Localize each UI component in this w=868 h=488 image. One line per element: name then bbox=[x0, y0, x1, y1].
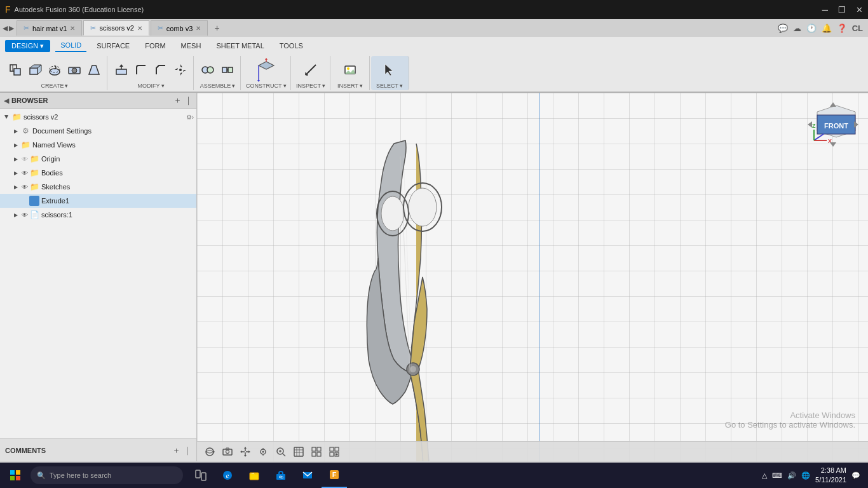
taskbar-clock[interactable]: 2:38 AM 5/11/2021 bbox=[815, 466, 846, 485]
store-icon[interactable]: 🛍 bbox=[268, 463, 294, 488]
tree-arrow-bodies[interactable]: ▶ bbox=[11, 168, 20, 177]
edge-icon[interactable]: e bbox=[215, 463, 240, 488]
select-cursor-icon[interactable] bbox=[381, 61, 398, 79]
bell-icon[interactable]: 🔔 bbox=[822, 24, 832, 33]
tree-item-bodies[interactable]: ▶ 👁 📁 Bodies bbox=[0, 166, 196, 180]
chamfer-icon[interactable] bbox=[152, 61, 170, 79]
eye-icon-bodies[interactable]: 👁 bbox=[20, 168, 29, 177]
tab-close[interactable]: ✕ bbox=[70, 25, 75, 32]
construct-plane-icon[interactable] bbox=[257, 61, 275, 79]
time-icon[interactable]: 🕐 bbox=[806, 24, 817, 33]
tree-arrow-origin[interactable]: ▶ bbox=[11, 154, 20, 163]
taskbar-search[interactable]: 🔍 Type here to search bbox=[31, 466, 183, 484]
tree-arrow-doc[interactable]: ▶ bbox=[11, 126, 20, 135]
fillet-icon[interactable] bbox=[132, 61, 150, 79]
nav-fwd[interactable]: ▶ bbox=[9, 24, 14, 32]
eye-icon-scissors1[interactable]: 👁 bbox=[20, 210, 29, 219]
browser-collapse-btn[interactable]: ｜ bbox=[184, 95, 193, 106]
mail-icon[interactable] bbox=[295, 463, 320, 488]
insert-image-icon[interactable] bbox=[341, 61, 359, 79]
settings-icon[interactable]: ⚙ bbox=[186, 114, 192, 121]
explorer-icon[interactable] bbox=[241, 463, 267, 488]
ribbon-tab-mesh[interactable]: MESH bbox=[176, 40, 207, 51]
ribbon-tab-tools[interactable]: TOOLS bbox=[275, 40, 308, 51]
new-component-icon[interactable] bbox=[6, 61, 24, 79]
tab-hair-mat[interactable]: ✂ hair mat v1 ✕ bbox=[17, 20, 82, 36]
joint-icon[interactable] bbox=[199, 61, 217, 79]
design-button[interactable]: DESIGN ▾ bbox=[5, 40, 50, 52]
svg-line-29 bbox=[306, 65, 316, 75]
more-icon[interactable]: › bbox=[192, 114, 194, 121]
viewport[interactable]: TONI&GUY FRONT X Z bbox=[197, 93, 868, 461]
modify-label[interactable]: MODIFY ▾ bbox=[138, 83, 165, 89]
user-icon[interactable]: CL bbox=[852, 24, 863, 33]
construct-label[interactable]: CONSTRUCT ▾ bbox=[246, 83, 287, 89]
tree-arrow-scissors1[interactable]: ▶ bbox=[11, 210, 20, 219]
browser-collapse-icon[interactable]: ◀ bbox=[4, 97, 9, 105]
camera-icon[interactable] bbox=[220, 444, 235, 459]
add-tab-button[interactable]: + bbox=[209, 23, 224, 33]
ribbon-tab-sheet-metal[interactable]: SHEET METAL bbox=[211, 40, 269, 51]
grid-settings-icon[interactable] bbox=[327, 444, 342, 459]
inspect-label[interactable]: INSPECT ▾ bbox=[296, 83, 325, 89]
press-pull-icon[interactable] bbox=[112, 61, 130, 79]
assemble-label[interactable]: ASSEMBLE ▾ bbox=[200, 83, 236, 89]
task-view-icon[interactable] bbox=[188, 463, 214, 488]
tree-arrow-root[interactable]: ▶ bbox=[3, 112, 11, 121]
ribbon-tab-surface[interactable]: SURFACE bbox=[92, 40, 135, 51]
orbit-icon[interactable] bbox=[202, 444, 217, 459]
look-at-icon[interactable] bbox=[255, 444, 271, 459]
tree-item-origin[interactable]: ▶ 👁 📁 Origin bbox=[0, 152, 196, 166]
help-icon[interactable]: ❓ bbox=[837, 24, 847, 33]
cloud-icon[interactable]: ☁ bbox=[793, 24, 801, 33]
loft-icon[interactable] bbox=[85, 61, 103, 79]
svg-text:e: e bbox=[226, 471, 229, 479]
pan-icon[interactable] bbox=[238, 444, 253, 459]
start-button[interactable] bbox=[3, 463, 28, 488]
tree-item-sketches[interactable]: ▶ 👁 📁 Sketches bbox=[0, 180, 196, 194]
eye-icon-sketches[interactable]: 👁 bbox=[20, 182, 29, 191]
insert-label[interactable]: INSERT ▾ bbox=[337, 83, 363, 89]
select-label[interactable]: SELECT ▾ bbox=[376, 83, 403, 89]
tab-comb[interactable]: ✂ comb v3 ✕ bbox=[151, 20, 208, 36]
ribbon-tab-form[interactable]: FORM bbox=[140, 40, 170, 51]
display-mode-icon[interactable] bbox=[291, 444, 306, 459]
fusion-taskbar-icon[interactable]: F bbox=[322, 463, 347, 488]
keyboard-icon[interactable]: ⌨ bbox=[772, 471, 782, 480]
close-button[interactable]: ✕ bbox=[856, 5, 863, 15]
grid-icon[interactable] bbox=[309, 444, 324, 459]
tab-close[interactable]: ✕ bbox=[137, 25, 142, 32]
measure-icon[interactable] bbox=[302, 61, 320, 79]
tab-scissors[interactable]: ✂ scissors v2 ✕ bbox=[83, 20, 149, 36]
zoom-icon[interactable] bbox=[273, 444, 288, 459]
create-label[interactable]: CREATE ▾ bbox=[41, 83, 69, 89]
tab-close[interactable]: ✕ bbox=[196, 25, 201, 32]
tree-item-root[interactable]: ▶ 📁 scissors v2 ⚙ › bbox=[0, 110, 196, 124]
comments-collapse-btn[interactable]: ｜ bbox=[183, 445, 191, 456]
as-built-joint-icon[interactable] bbox=[219, 61, 236, 79]
tree-item-doc-settings[interactable]: ▶ ⚙ Document Settings bbox=[0, 124, 196, 138]
hole-icon[interactable] bbox=[65, 61, 83, 79]
chat-icon[interactable]: 💬 bbox=[778, 24, 788, 33]
revolve-icon[interactable] bbox=[46, 61, 64, 79]
tree-arrow-named[interactable]: ▶ bbox=[11, 140, 20, 149]
chevron-up-icon[interactable]: △ bbox=[762, 471, 767, 480]
tree-item-extrude1[interactable]: ▶ Extrude1 bbox=[0, 194, 196, 208]
tree-item-named-views[interactable]: ▶ 📁 Named Views bbox=[0, 138, 196, 152]
tree-item-scissors1[interactable]: ▶ 👁 📄 scissors:1 bbox=[0, 208, 196, 222]
viewcube[interactable]: FRONT X Z bbox=[804, 99, 862, 150]
notification-icon[interactable]: 💬 bbox=[851, 471, 860, 480]
ribbon-tab-solid[interactable]: SOLID bbox=[55, 39, 86, 52]
eye-icon-origin[interactable]: 👁 bbox=[20, 154, 29, 163]
tree-arrow-sketches[interactable]: ▶ bbox=[11, 182, 20, 191]
ribbon-tools: CREATE ▾ bbox=[0, 55, 868, 92]
browser-add-btn[interactable]: ＋ bbox=[173, 95, 182, 106]
move-icon[interactable] bbox=[172, 61, 189, 79]
extrude-icon[interactable] bbox=[26, 61, 44, 79]
nav-back[interactable]: ◀ bbox=[3, 24, 8, 32]
comments-add-btn[interactable]: ＋ bbox=[172, 445, 180, 456]
network-icon[interactable]: 🌐 bbox=[801, 471, 810, 480]
minimize-button[interactable]: ─ bbox=[822, 5, 828, 15]
restore-button[interactable]: ❐ bbox=[838, 5, 846, 15]
volume-icon[interactable]: 🔊 bbox=[787, 471, 796, 480]
